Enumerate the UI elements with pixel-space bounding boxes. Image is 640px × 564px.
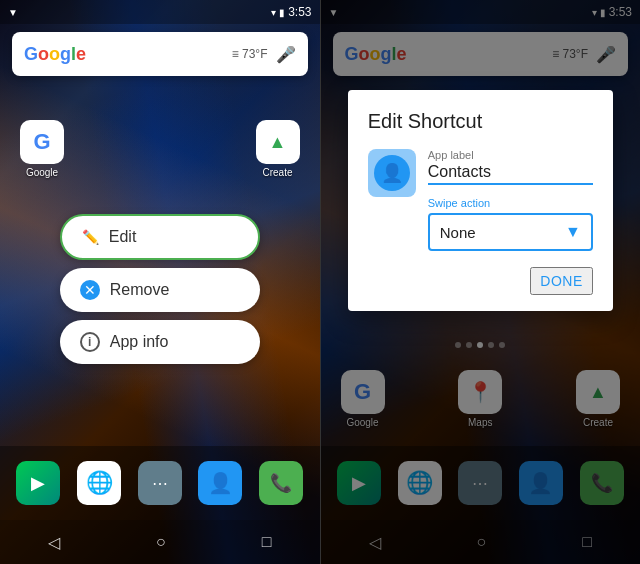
app-google[interactable]: G Google [20, 120, 64, 178]
mic-icon-1[interactable]: 🎤 [276, 45, 296, 64]
google-logo-1: Google [24, 44, 86, 65]
nav-bar-1: ◁ ○ □ [0, 520, 320, 564]
avatar-icon: 👤 [374, 155, 410, 191]
menu-edit[interactable]: ✏️ Edit [60, 214, 260, 260]
launcher-icon: ⋯ [138, 461, 182, 505]
dialog-content-row: 👤 App label Contacts Swipe action None ▼ [368, 149, 593, 251]
home-button-1[interactable]: ○ [156, 533, 166, 551]
remove-icon: ✕ [80, 280, 100, 300]
edit-icon: ✏️ [82, 229, 99, 245]
dock-playstore[interactable]: ▶ [16, 461, 60, 505]
google-app-icon: G [20, 120, 64, 164]
dock-contacts[interactable]: 👤 [198, 461, 242, 505]
screen1: ▼ ▾ ▮ 3:53 Google ≡ 73°F 🎤 G Google ▲ Cr… [0, 0, 320, 564]
contacts-icon: 👤 [198, 461, 242, 505]
status-right-1: ▾ ▮ 3:53 [271, 5, 311, 19]
appinfo-label: App info [110, 333, 169, 351]
weather-display-1: ≡ 73°F [232, 47, 268, 61]
drive-app-label: Create [262, 167, 292, 178]
dialog-actions: DONE [368, 267, 593, 295]
playstore-icon: ▶ [16, 461, 60, 505]
swipe-action-value: None [440, 224, 476, 241]
screen2: ▼ ▾ ▮ 3:53 Google ≡ 73°F 🎤 Edit Shortcut… [321, 0, 641, 564]
app-label-field-label: App label [428, 149, 593, 161]
dialog-overlay: Edit Shortcut 👤 App label Contacts Swipe… [321, 0, 641, 564]
google-app-label: Google [26, 167, 58, 178]
swipe-action-select[interactable]: None ▼ [428, 213, 593, 251]
edit-label: Edit [109, 228, 137, 246]
dock-1: ▶ 🌐 ⋯ 👤 📞 [0, 446, 320, 520]
wifi-icon: ▾ [271, 7, 276, 18]
top-apps-row: G Google ▲ Create [0, 120, 320, 178]
recent-button-1[interactable]: □ [262, 533, 272, 551]
swipe-action-label: Swipe action [428, 197, 593, 209]
done-button[interactable]: DONE [530, 267, 592, 295]
status-bar-1: ▼ ▾ ▮ 3:53 [0, 0, 320, 24]
app-name-field[interactable]: Contacts [428, 163, 593, 185]
info-icon: i [80, 332, 100, 352]
signal-icon: ▼ [8, 7, 18, 18]
menu-remove[interactable]: ✕ Remove [60, 268, 260, 312]
drive-app-icon: ▲ [256, 120, 300, 164]
back-button-1[interactable]: ◁ [48, 533, 60, 552]
dock-chrome[interactable]: 🌐 [77, 461, 121, 505]
chrome-icon: 🌐 [77, 461, 121, 505]
battery-icon: ▮ [279, 7, 285, 18]
phone-icon: 📞 [259, 461, 303, 505]
dock-phone[interactable]: 📞 [259, 461, 303, 505]
edit-shortcut-dialog: Edit Shortcut 👤 App label Contacts Swipe… [348, 90, 613, 311]
dialog-title: Edit Shortcut [368, 110, 593, 133]
status-left-1: ▼ [8, 7, 18, 18]
dialog-fields: App label Contacts Swipe action None ▼ [428, 149, 593, 251]
time-display-1: 3:53 [288, 5, 311, 19]
contacts-avatar: 👤 [368, 149, 416, 197]
search-bar-1[interactable]: Google ≡ 73°F 🎤 [12, 32, 308, 76]
remove-label: Remove [110, 281, 170, 299]
context-menu: ✏️ Edit ✕ Remove i App info [60, 214, 260, 364]
dock-launcher[interactable]: ⋯ [138, 461, 182, 505]
menu-appinfo[interactable]: i App info [60, 320, 260, 364]
app-drive[interactable]: ▲ Create [256, 120, 300, 178]
avatar-person-icon: 👤 [381, 162, 403, 184]
dropdown-arrow-icon: ▼ [565, 223, 581, 241]
